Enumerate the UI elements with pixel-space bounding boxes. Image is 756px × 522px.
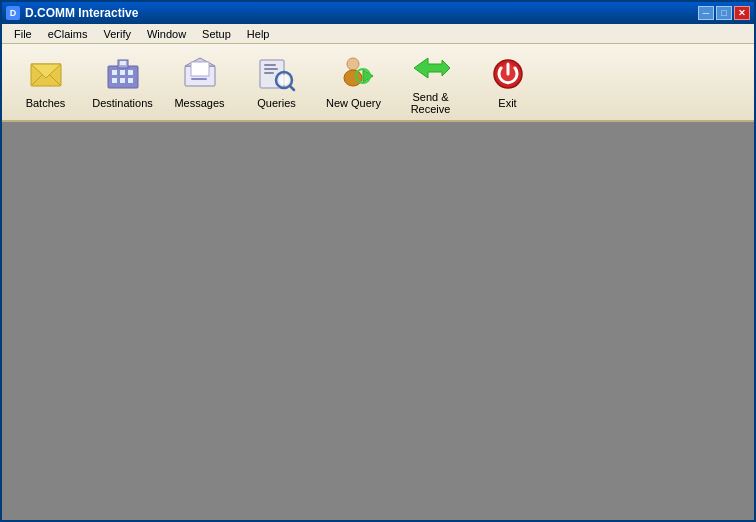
window-title: D.COMM Interactive [25, 6, 138, 20]
new-query-button[interactable]: New Query [316, 48, 391, 116]
svg-rect-6 [120, 70, 125, 75]
svg-rect-20 [264, 64, 276, 66]
svg-rect-7 [128, 70, 133, 75]
svg-line-24 [290, 86, 294, 90]
svg-point-26 [347, 58, 359, 70]
send-receive-button[interactable]: Send & Receive [393, 48, 468, 116]
svg-rect-22 [264, 72, 274, 74]
menu-verify[interactable]: Verify [95, 26, 139, 42]
destinations-label: Destinations [92, 97, 153, 109]
menu-bar: File eClaims Verify Window Setup Help [2, 24, 754, 44]
svg-rect-10 [128, 78, 133, 83]
main-content [2, 122, 754, 520]
menu-setup[interactable]: Setup [194, 26, 239, 42]
menu-eclaims[interactable]: eClaims [40, 26, 96, 42]
svg-rect-17 [191, 78, 207, 80]
send-receive-label: Send & Receive [394, 91, 467, 115]
svg-rect-12 [120, 61, 126, 65]
queries-label: Queries [257, 97, 296, 109]
minimize-button[interactable]: ─ [698, 6, 714, 20]
send-receive-icon [411, 49, 451, 87]
new-query-label: New Query [326, 97, 381, 109]
svg-rect-21 [264, 68, 278, 70]
batches-label: Batches [26, 97, 66, 109]
toolbar: Batches Destinations [2, 44, 754, 122]
exit-icon [488, 55, 528, 93]
menu-file[interactable]: File [6, 26, 40, 42]
batches-icon [26, 55, 66, 93]
app-icon: D [6, 6, 20, 20]
messages-button[interactable]: Messages [162, 48, 237, 116]
queries-button[interactable]: Queries [239, 48, 314, 116]
title-bar: D D.COMM Interactive ─ □ ✕ [2, 2, 754, 24]
exit-button[interactable]: Exit [470, 48, 545, 116]
svg-point-27 [344, 70, 362, 86]
queries-icon [257, 55, 297, 93]
window-controls: ─ □ ✕ [698, 6, 750, 20]
close-button[interactable]: ✕ [734, 6, 750, 20]
exit-label: Exit [498, 97, 516, 109]
svg-rect-18 [191, 62, 209, 76]
new-query-icon [334, 55, 374, 93]
svg-marker-30 [414, 58, 450, 78]
menu-window[interactable]: Window [139, 26, 194, 42]
title-bar-left: D D.COMM Interactive [6, 6, 138, 20]
messages-label: Messages [174, 97, 224, 109]
main-window: D D.COMM Interactive ─ □ ✕ File eClaims … [0, 0, 756, 522]
menu-help[interactable]: Help [239, 26, 278, 42]
svg-point-25 [279, 75, 289, 85]
svg-rect-9 [120, 78, 125, 83]
destinations-button[interactable]: Destinations [85, 48, 160, 116]
destinations-icon [103, 55, 143, 93]
batches-button[interactable]: Batches [8, 48, 83, 116]
svg-rect-5 [112, 70, 117, 75]
maximize-button[interactable]: □ [716, 6, 732, 20]
svg-rect-4 [108, 66, 138, 88]
messages-icon [180, 55, 220, 93]
svg-rect-8 [112, 78, 117, 83]
